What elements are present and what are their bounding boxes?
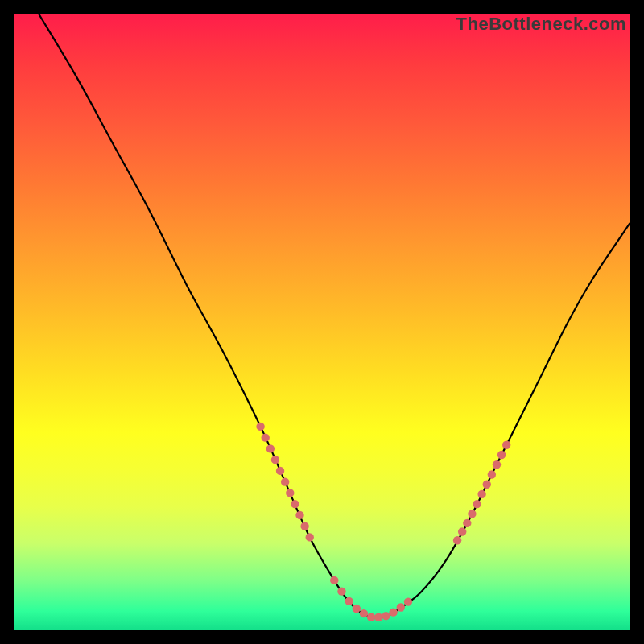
highlight-dot: [291, 500, 299, 508]
highlight-right-slope: [453, 441, 511, 545]
highlight-dot: [374, 613, 382, 621]
watermark-text: TheBottleneck.com: [456, 14, 626, 35]
highlight-dot: [330, 576, 338, 584]
highlight-dot: [295, 511, 303, 519]
highlight-left-slope: [256, 423, 314, 542]
highlight-dot: [389, 608, 397, 616]
highlight-dot: [367, 613, 375, 621]
highlight-dot: [337, 587, 345, 595]
highlight-dot: [493, 460, 501, 469]
highlight-dot: [266, 444, 275, 452]
highlight-dot: [300, 522, 308, 530]
highlight-valley-floor: [330, 576, 412, 621]
highlight-dot: [262, 433, 270, 441]
highlight-dot: [382, 612, 390, 620]
highlight-dot: [256, 423, 264, 431]
bottleneck-curve: [39, 14, 630, 618]
highlight-dot: [458, 527, 466, 535]
highlight-dot: [353, 605, 361, 613]
chart-frame: TheBottleneck.com: [14, 14, 630, 630]
plot-area: TheBottleneck.com: [14, 14, 630, 630]
highlight-dot: [404, 597, 412, 605]
highlight-dot: [281, 477, 289, 485]
highlight-dot: [468, 510, 476, 518]
highlight-dot: [276, 467, 284, 475]
highlight-dot: [306, 533, 314, 541]
highlight-dot: [502, 441, 510, 449]
highlight-dot: [453, 536, 461, 544]
highlight-dot: [286, 489, 294, 497]
highlight-dot: [488, 470, 496, 478]
highlight-dot: [360, 609, 368, 617]
highlight-dot: [473, 500, 481, 508]
chart-svg: [14, 14, 630, 630]
highlight-dot: [271, 456, 279, 464]
curve-group: [39, 14, 630, 618]
highlight-dot: [463, 519, 471, 527]
highlight-dot: [345, 597, 353, 605]
highlight-dot: [497, 451, 506, 459]
highlight-dot: [397, 603, 405, 611]
highlight-dot: [477, 490, 485, 498]
highlight-dot: [483, 481, 491, 489]
